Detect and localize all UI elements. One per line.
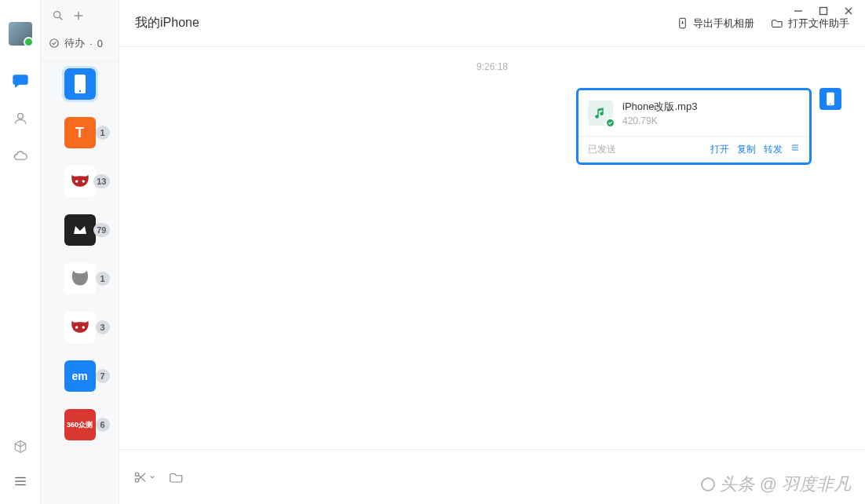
main-header: 我的iPhone 导出手机相册 打开文件助手 [119, 0, 865, 47]
badge: 6 [96, 418, 110, 432]
badge: 7 [96, 369, 110, 383]
message-timestamp: 9:26:18 [143, 61, 841, 72]
svg-rect-1 [820, 8, 827, 15]
contact-sidebar: 待办 · 0 T1 13 79 1 3 em7 360众测6 [41, 0, 119, 504]
svg-point-15 [75, 180, 78, 182]
chat-item-bull2[interactable]: 3 [64, 312, 96, 343]
todo-count: 0 [97, 38, 103, 49]
add-icon[interactable] [72, 9, 85, 25]
badge: 1 [96, 126, 110, 140]
input-toolbar [119, 449, 865, 504]
svg-point-16 [82, 180, 84, 182]
phone-icon [825, 92, 836, 106]
search-icon[interactable] [52, 9, 64, 25]
folder-icon [772, 17, 783, 29]
message-row: iPhone改版.mp3 420.79K 已发送 打开 复制 转发 [143, 88, 841, 165]
maximize-button[interactable] [818, 5, 829, 16]
svg-point-8 [54, 12, 60, 18]
titlebar [793, 0, 865, 22]
chat-area: 9:26:18 iPhone改版.mp3 420.79K 已发送 打 [119, 47, 865, 449]
todo-label: 待办 [64, 36, 85, 50]
cloud-nav-icon[interactable] [12, 148, 29, 165]
chat-nav-icon[interactable] [12, 72, 29, 89]
check-circle-icon [49, 38, 60, 49]
peer-avatar[interactable] [819, 88, 841, 110]
chat-item-bull1[interactable]: 13 [64, 166, 96, 197]
chat-item-t[interactable]: T1 [64, 117, 96, 148]
file-name: iPhone改版.mp3 [622, 100, 697, 114]
contacts-nav-icon[interactable] [12, 110, 29, 127]
svg-line-9 [60, 17, 62, 20]
chat-item-360[interactable]: 360众测6 [64, 409, 96, 440]
page-title: 我的iPhone [135, 15, 199, 31]
menu-nav-icon[interactable] [12, 473, 29, 490]
folder-tool[interactable] [170, 470, 184, 484]
bull-icon [67, 314, 93, 341]
sent-status: 已发送 [588, 143, 616, 156]
phone-icon [73, 74, 87, 94]
badge: 1 [96, 272, 110, 286]
chat-item-gnu[interactable]: 1 [64, 263, 96, 294]
export-icon [677, 17, 688, 29]
svg-point-18 [82, 326, 84, 328]
todo-row[interactable]: 待办 · 0 [41, 25, 119, 62]
screenshot-tool[interactable] [133, 470, 155, 484]
svg-point-12 [50, 39, 59, 48]
chat-item-em[interactable]: em7 [64, 360, 96, 392]
gnu-icon [67, 265, 93, 292]
svg-point-17 [75, 326, 78, 328]
more-action-icon[interactable] [790, 143, 800, 156]
svg-point-4 [17, 113, 23, 119]
left-nav [0, 0, 41, 504]
music-file-icon [588, 100, 613, 126]
folder-icon [170, 470, 184, 484]
chat-item-crown[interactable]: 79 [64, 214, 96, 246]
file-size: 420.79K [622, 115, 697, 126]
badge: 79 [93, 223, 109, 237]
svg-point-14 [78, 90, 80, 92]
close-button[interactable] [843, 5, 854, 16]
chat-list: T1 13 79 1 3 em7 360众测6 [41, 62, 119, 440]
badge: 13 [93, 174, 109, 188]
file-message-card[interactable]: iPhone改版.mp3 420.79K 已发送 打开 复制 转发 [576, 88, 812, 165]
crown-icon [72, 225, 88, 236]
chevron-down-icon [149, 474, 155, 480]
bull-icon [67, 168, 93, 195]
check-icon [605, 118, 615, 128]
open-action[interactable]: 打开 [710, 143, 729, 156]
export-album-button[interactable]: 导出手机相册 [677, 16, 754, 31]
copy-action[interactable]: 复制 [737, 143, 756, 156]
forward-action[interactable]: 转发 [764, 143, 783, 156]
chat-item-iphone[interactable] [64, 68, 96, 100]
my-avatar[interactable] [9, 22, 32, 46]
cube-nav-icon[interactable] [12, 438, 29, 455]
minimize-button[interactable] [793, 5, 804, 16]
main-panel: 我的iPhone 导出手机相册 打开文件助手 9:26:18 [119, 0, 865, 504]
svg-point-24 [830, 103, 831, 104]
badge: 3 [96, 320, 110, 334]
scissors-icon [133, 470, 148, 484]
